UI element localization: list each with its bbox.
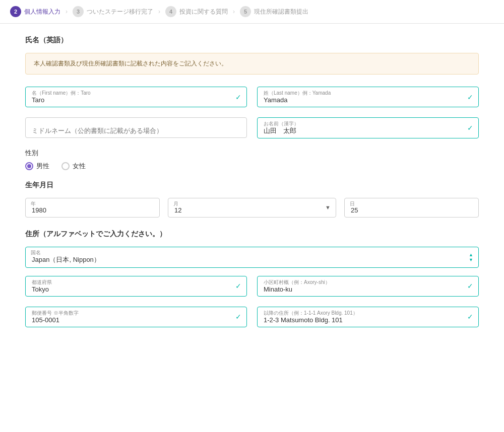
step-3-number: 3 [73,6,84,17]
notice-box: 本人確認書類及び現住所確認書類に記載された内容をご記入ください。 [25,53,479,75]
middle-name-input[interactable] [32,127,230,134]
zip-check-icon: ✓ [235,313,241,321]
last-name-col: 姓（Last name）例：Yamada ✓ [257,87,479,107]
step-5-number: 5 [240,6,251,17]
middle-kanji-row: お名前（漢字） ✓ [25,117,479,138]
first-name-label: 名（First name）例：Taro [32,90,91,97]
first-name-col: 名（First name）例：Taro ✓ [25,87,247,107]
kanji-name-col: お名前（漢字） ✓ [257,117,479,138]
dob-month-field[interactable]: 月 12 ▼ [168,198,336,218]
stepper: 2 個人情報入力 › 3 ついたステージ移行完了 › 4 投資に関する質問 › … [0,0,504,24]
address-check-icon: ✓ [467,313,473,321]
first-name-input[interactable] [32,96,230,104]
kanji-name-check-icon: ✓ [467,124,473,132]
kanji-name-label: お名前（漢字） [264,120,299,127]
dob-row: 年 月 12 ▼ 日 [25,198,479,218]
step-arrow-1: › [66,8,68,15]
step-2-number: 2 [10,6,21,17]
zip-input[interactable] [32,316,230,324]
dob-day-input[interactable] [351,206,472,214]
country-field[interactable]: 国名 Japan（日本, Nippon） ▲ ▼ [25,247,479,268]
zip-address-row: 郵便番号 ※半角数字 ✓ 以降の住所（例：1-1-1 Axory Bldg. 1… [25,307,479,327]
gender-female-option[interactable]: 女性 [61,162,86,171]
city-field[interactable]: 小区町村概（例：Axory-shi） ✓ [257,276,479,297]
kanji-name-input[interactable] [264,127,462,135]
address-field[interactable]: 以降の住所（例：1-1-1 Axory Bldg. 101） ✓ [257,307,479,327]
dob-section: 生年月日 年 月 12 ▼ 日 [25,181,479,218]
country-value: Japan（日本, Nippon） [32,256,100,263]
prefecture-label: 都道府県 [32,279,52,286]
step-2[interactable]: 2 個人情報入力 [10,6,60,17]
gender-female-label: 女性 [73,162,86,171]
first-name-check-icon: ✓ [235,93,241,101]
last-name-label: 姓（Last name）例：Yamada [264,90,331,97]
address-col: 以降の住所（例：1-1-1 Axory Bldg. 101） ✓ [257,307,479,327]
step-2-label: 個人情報入力 [24,8,60,16]
first-name-field[interactable]: 名（First name）例：Taro ✓ [25,87,247,107]
last-name-input[interactable] [264,96,462,104]
zip-field[interactable]: 郵便番号 ※半角数字 ✓ [25,307,247,327]
gender-section: 性別 男性 女性 [25,149,479,171]
address-input[interactable] [264,316,462,324]
zip-col: 郵便番号 ※半角数字 ✓ [25,307,247,327]
dob-day-col: 日 [344,198,479,218]
prefecture-field[interactable]: 都道府県 ✓ [25,276,247,297]
prefecture-check-icon: ✓ [235,282,241,290]
step-3[interactable]: 3 ついたステージ移行完了 [73,6,153,17]
dob-day-field[interactable]: 日 [344,198,479,218]
step-arrow-2: › [158,8,160,15]
notice-text: 本人確認書類及び現住所確認書類に記載された内容をご記入ください。 [34,60,227,67]
dob-day-label: 日 [350,200,355,207]
dob-year-col: 年 [25,198,160,218]
gender-male-option[interactable]: 男性 [25,162,49,171]
main-content: 氏名（英語） 本人確認書類及び現住所確認書類に記載された内容をご記入ください。 … [5,24,499,357]
step-5[interactable]: 5 現住所確認書類提出 [240,6,308,17]
step-3-label: ついたステージ移行完了 [87,8,153,16]
address-section: 住所（アルファベットでご入力ください。） 国名 Japan（日本, Nippon… [25,230,479,327]
gender-options: 男性 女性 [25,162,479,171]
gender-female-radio[interactable] [61,162,70,170]
city-check-icon: ✓ [467,282,473,290]
step-4-number: 4 [165,6,176,17]
step-arrow-3: › [233,8,235,15]
dob-month-value: 12 [174,206,181,214]
dob-month-chevron-icon: ▼ [325,204,331,210]
name-row: 名（First name）例：Taro ✓ 姓（Last name）例：Yama… [25,87,479,107]
dob-month-label: 月 [173,200,178,207]
city-label: 小区町村概（例：Axory-shi） [264,279,330,286]
dob-year-input[interactable] [32,206,153,214]
address-label: 以降の住所（例：1-1-1 Axory Bldg. 101） [264,310,358,317]
dob-year-label: 年 [31,200,36,207]
country-label: 国名 [31,249,41,256]
zip-label: 郵便番号 ※半角数字 [32,310,79,317]
city-input[interactable] [264,285,462,293]
last-name-field[interactable]: 姓（Last name）例：Yamada ✓ [257,87,479,107]
middle-name-col [25,117,247,138]
middle-name-field[interactable] [25,117,247,138]
gender-title: 性別 [25,149,479,158]
name-section-title: 氏名（英語） [25,36,479,45]
dob-month-col: 月 12 ▼ [168,198,336,218]
prefecture-col: 都道府県 ✓ [25,276,247,297]
prefecture-city-row: 都道府県 ✓ 小区町村概（例：Axory-shi） ✓ [25,276,479,297]
step-4[interactable]: 4 投資に関する質問 [165,6,228,17]
step-5-label: 現住所確認書類提出 [254,8,308,16]
gender-male-radio[interactable] [25,162,33,170]
city-col: 小区町村概（例：Axory-shi） ✓ [257,276,479,297]
kanji-name-field[interactable]: お名前（漢字） ✓ [257,117,479,138]
address-title: 住所（アルファベットでご入力ください。） [25,230,479,239]
country-chevrons-icon: ▲ ▼ [469,252,473,262]
last-name-check-icon: ✓ [467,93,473,101]
gender-male-label: 男性 [36,162,49,171]
dob-year-field[interactable]: 年 [25,198,160,218]
step-4-label: 投資に関する質問 [179,8,228,16]
dob-title: 生年月日 [25,181,479,190]
prefecture-input[interactable] [32,285,230,293]
